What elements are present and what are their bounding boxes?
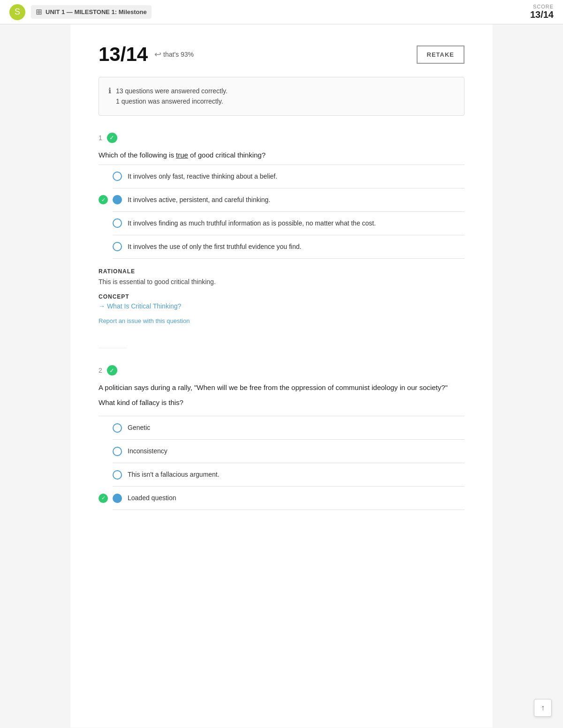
- question-number-2: 2: [99, 367, 102, 374]
- radio-1c[interactable]: [113, 218, 122, 228]
- top-navigation: S ⊞ UNIT 1 — MILESTONE 1: Milestone SCOR…: [0, 0, 563, 24]
- score-value: 13/14: [530, 9, 554, 20]
- option-text-2b: Inconsistency: [128, 446, 167, 456]
- unit-badge: ⊞ UNIT 1 — MILESTONE 1: Milestone: [31, 5, 152, 19]
- option-text-1d: It involves the use of only the first tr…: [128, 242, 301, 252]
- question-sub-2: What kind of fallacy is this?: [99, 397, 464, 408]
- radio-2c[interactable]: [113, 470, 122, 480]
- retake-button[interactable]: RETAKE: [417, 45, 464, 64]
- correct-mark-1b: ✓: [99, 195, 108, 204]
- option-text-2d: Loaded question: [128, 493, 176, 503]
- option-1d[interactable]: It involves the use of only the first tr…: [113, 235, 464, 259]
- option-2b[interactable]: Inconsistency: [113, 440, 464, 463]
- rationale-label-1: RATIONALE: [99, 268, 464, 275]
- option-text-1a: It involves only fast, reactive thinking…: [128, 172, 277, 181]
- options-list-1: It involves only fast, reactive thinking…: [99, 165, 464, 259]
- question-text-1: Which of the following is true of good c…: [99, 150, 464, 161]
- score-arrow: ↩: [154, 49, 161, 60]
- correct-indicator-1: ✓: [107, 133, 117, 143]
- question-2: 2 ✓ A politician says during a rally, "W…: [99, 365, 464, 510]
- option-1b[interactable]: ✓ It involves active, persistent, and ca…: [113, 188, 464, 212]
- correct-mark-2d: ✓: [99, 494, 108, 503]
- concept-link-1[interactable]: → What Is Critical Thinking?: [99, 302, 181, 310]
- option-text-2c: This isn't a fallacious argument.: [128, 470, 220, 480]
- main-content: 13/14 ↩ that's 93% RETAKE ℹ 13 questions…: [70, 24, 493, 728]
- app-logo: S: [9, 4, 25, 20]
- unit-title: UNIT 1 — MILESTONE 1: Milestone: [46, 8, 147, 15]
- score-big-number: 13/14: [99, 43, 148, 66]
- option-1c[interactable]: It involves finding as much truthful inf…: [113, 212, 464, 235]
- score-header: 13/14 ↩ that's 93% RETAKE: [99, 43, 464, 66]
- options-list-2: Genetic Inconsistency This isn't a falla…: [99, 416, 464, 510]
- correct-indicator-2: ✓: [107, 365, 117, 375]
- radio-2b[interactable]: [113, 447, 122, 456]
- option-text-2a: Genetic: [128, 423, 150, 433]
- score-pct: that's 93%: [163, 51, 194, 58]
- option-2c[interactable]: This isn't a fallacious argument.: [113, 463, 464, 487]
- info-box: ℹ 13 questions were answered correctly. …: [99, 77, 464, 116]
- divider: [99, 348, 127, 348]
- option-text-1c: It involves finding as much truthful inf…: [128, 218, 376, 228]
- info-line1: 13 questions were answered correctly.: [116, 86, 228, 96]
- score-label: SCORE: [530, 4, 554, 9]
- radio-1d[interactable]: [113, 242, 122, 251]
- concept-label-1: CONCEPT: [99, 293, 464, 300]
- option-2d[interactable]: ✓ Loaded question: [113, 487, 464, 510]
- scroll-up-icon: ↑: [541, 704, 545, 712]
- info-line2: 1 question was answered incorrectly.: [116, 96, 228, 106]
- question-number-1: 1: [99, 134, 102, 142]
- info-icon: ℹ: [108, 86, 111, 95]
- radio-1b[interactable]: [113, 195, 122, 204]
- option-text-1b: It involves active, persistent, and care…: [128, 195, 270, 205]
- people-icon: ⊞: [36, 8, 42, 16]
- option-2a[interactable]: Genetic: [113, 416, 464, 440]
- radio-2a[interactable]: [113, 423, 122, 433]
- scroll-up-button[interactable]: ↑: [534, 699, 552, 717]
- score-big-area: 13/14 ↩ that's 93%: [99, 43, 194, 66]
- nav-left: S ⊞ UNIT 1 — MILESTONE 1: Milestone: [9, 4, 152, 20]
- radio-1a[interactable]: [113, 172, 122, 181]
- nav-score: SCORE 13/14: [530, 4, 554, 20]
- score-subtitle: ↩ that's 93%: [154, 49, 194, 60]
- question-1: 1 ✓ Which of the following is true of go…: [99, 133, 464, 324]
- report-link-1[interactable]: Report an issue with this question: [99, 317, 190, 324]
- option-1a[interactable]: It involves only fast, reactive thinking…: [113, 165, 464, 188]
- rationale-section-1: RATIONALE This is essential to good crit…: [99, 268, 464, 324]
- radio-2d[interactable]: [113, 494, 122, 503]
- question-text-2: A politician says during a rally, "When …: [99, 382, 464, 393]
- rationale-text-1: This is essential to good critical think…: [99, 277, 464, 287]
